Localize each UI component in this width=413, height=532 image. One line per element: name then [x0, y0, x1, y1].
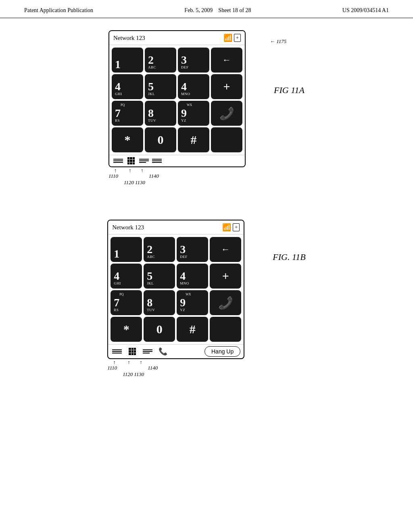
hangup-button[interactable]: Hang Up	[204, 346, 240, 357]
signal-icon-b: 📶	[222, 223, 231, 232]
b-key-7[interactable]: PQ 7 RS	[111, 290, 142, 315]
b-key-call[interactable]: 📞	[210, 290, 241, 315]
key-7[interactable]: PQ 7 RS	[112, 101, 143, 126]
keypad-a: 1 2 ABC 3 DEF ← 4	[109, 45, 245, 155]
status-icons-b: 📶 +	[222, 223, 240, 232]
annotations-b: ↑ 1110 ↑ 1120 ↑ 1130 1140	[107, 359, 244, 387]
page-header: Patent Application Publication Feb. 5, 2…	[0, 0, 413, 18]
b-key-3[interactable]: 3 DEF	[177, 237, 208, 262]
status-icons-a: 📶 +	[223, 33, 241, 42]
status-bar-b: Network 123 📶 +	[108, 220, 244, 235]
key-9[interactable]: WX 9 YZ	[178, 101, 209, 126]
b-key-0[interactable]: 0	[144, 317, 175, 342]
key-hash[interactable]: #	[178, 127, 209, 152]
ref-1175-label: 1175	[276, 38, 286, 44]
b-toolbar-lines[interactable]	[111, 347, 123, 355]
key-0[interactable]: 0	[145, 127, 176, 152]
b-key-backspace[interactable]: ←	[210, 237, 241, 262]
network-name-a: Network 123	[113, 35, 145, 42]
ref-1140-label: 1140	[149, 173, 159, 179]
key-star[interactable]: *	[112, 127, 143, 152]
b-key-4mno[interactable]: 4 MNO	[177, 264, 208, 289]
fig-a-label: FIG 11A	[274, 85, 305, 96]
b-toolbar-lines2[interactable]	[142, 347, 153, 355]
bottom-toolbar-a	[109, 155, 245, 166]
figure-b-wrapper: Network 123 📶 + 1 2 ABC	[107, 220, 244, 387]
figure-a-section: Network 123 📶 + 1 2 ABC	[24, 30, 389, 195]
key-4mno[interactable]: 4 MNO	[178, 74, 209, 99]
network-name-b: Network 123	[112, 224, 144, 231]
key-plus[interactable]: +	[211, 74, 242, 99]
key-call-a[interactable]: 📞	[211, 101, 242, 126]
phone-ui-b: Network 123 📶 + 1 2 ABC	[107, 220, 244, 359]
figure-a-wrapper: Network 123 📶 + 1 2 ABC	[108, 30, 246, 195]
ref-1120-arrow: ↑	[129, 167, 131, 174]
ref-1130-label: 1130	[135, 179, 145, 186]
key-8[interactable]: 8 TUV	[145, 101, 176, 126]
b-key-call-dark[interactable]	[210, 317, 241, 342]
b-key-hash[interactable]: #	[177, 317, 208, 342]
battery-icon-a: +	[234, 34, 241, 42]
key-2[interactable]: 2 ABC	[145, 48, 176, 73]
b-key-5[interactable]: 5 JKL	[144, 264, 175, 289]
key-5[interactable]: 5 JKL	[145, 74, 176, 99]
ref-1130-arrow: ↑	[141, 167, 144, 174]
main-content: Network 123 📶 + 1 2 ABC	[0, 18, 413, 399]
b-ref-1130-label: 1130	[134, 371, 144, 378]
b-ref-1120-label: 1120	[123, 371, 133, 378]
b-toolbar-grid[interactable]	[127, 347, 138, 355]
toolbar-grid-a[interactable]	[125, 157, 137, 165]
ref-1120-label: 1120	[124, 179, 134, 186]
b-key-4[interactable]: 4 GHI	[111, 264, 142, 289]
fig-a-right-panel: ← 1175 FIG 11A	[258, 30, 305, 96]
key-3[interactable]: 3 DEF	[178, 48, 209, 73]
key-4[interactable]: 4 GHI	[112, 74, 143, 99]
hangup-row: 📞 Hang Up	[108, 344, 244, 358]
b-ref-1110-label: 1110	[107, 365, 117, 371]
annotations-a: ↑ 1110 ↑ 1120 ↑ 1130 1140	[108, 167, 246, 195]
figure-b-section: Network 123 📶 + 1 2 ABC	[24, 220, 389, 387]
b-ref-1140-label: 1140	[148, 365, 158, 371]
toolbar-lines2-a[interactable]	[138, 157, 150, 165]
toolbar-lines-a[interactable]	[113, 157, 124, 165]
b-key-1[interactable]: 1	[111, 237, 142, 262]
b-key-9[interactable]: WX 9 YZ	[177, 290, 208, 315]
b-key-plus[interactable]: +	[210, 264, 241, 289]
signal-icon-a: 📶	[223, 33, 232, 42]
b-toolbar-phone[interactable]: 📞	[157, 347, 169, 355]
b-key-2[interactable]: 2 ABC	[144, 237, 175, 262]
keypad-b: 1 2 ABC 3 DEF ← 4	[108, 235, 244, 344]
b-ref-1120-arrow: ↑	[127, 359, 130, 366]
phone-ui-a: Network 123 📶 + 1 2 ABC	[108, 30, 246, 167]
key-call-dark[interactable]	[211, 127, 242, 152]
ref-1110-label: 1110	[108, 173, 118, 179]
fig-b-label: FIG. 11B	[273, 252, 305, 262]
b-key-8[interactable]: 8 TUV	[144, 290, 175, 315]
header-right: US 2009/034514 A1	[342, 7, 389, 14]
battery-icon-b: +	[233, 223, 240, 231]
status-bar-a: Network 123 📶 +	[109, 31, 245, 45]
ref-1175-area: ← 1175	[258, 38, 305, 45]
b-ref-1130-arrow: ↑	[140, 359, 142, 366]
header-center: Feb. 5, 2009 Sheet 18 of 28	[184, 7, 251, 14]
toolbar-lines3-a[interactable]	[151, 157, 163, 165]
key-backspace[interactable]: ←	[211, 48, 242, 73]
header-left: Patent Application Publication	[24, 7, 93, 14]
b-key-star[interactable]: *	[111, 317, 142, 342]
key-1[interactable]: 1	[112, 48, 143, 73]
fig-b-right-panel: FIG. 11B	[257, 252, 305, 262]
